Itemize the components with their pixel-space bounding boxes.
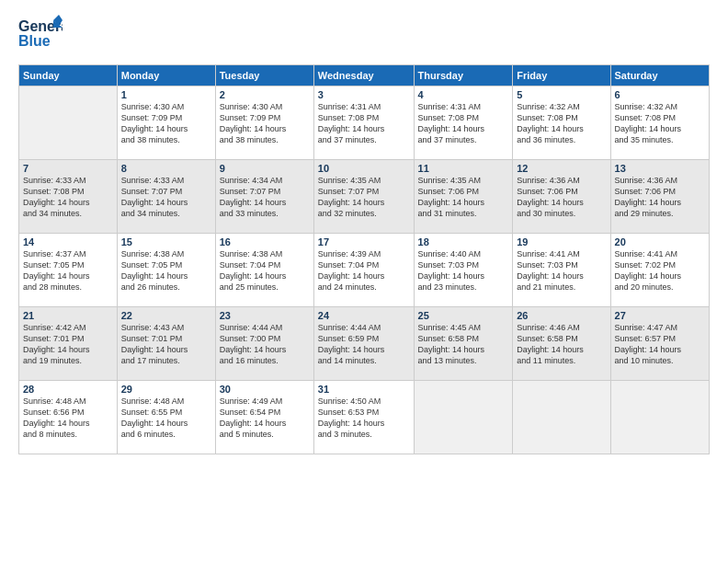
weekday-header-sunday: Sunday — [19, 65, 118, 86]
day-number: 7 — [23, 163, 113, 174]
calendar-week-row: 14Sunrise: 4:37 AM Sunset: 7:05 PM Dayli… — [19, 234, 710, 307]
weekday-header-thursday: Thursday — [414, 65, 513, 86]
calendar-week-row: 1Sunrise: 4:30 AM Sunset: 7:09 PM Daylig… — [19, 86, 710, 160]
day-info: Sunrise: 4:33 AM Sunset: 7:08 PM Dayligh… — [23, 175, 113, 220]
day-info: Sunrise: 4:34 AM Sunset: 7:07 PM Dayligh… — [220, 175, 310, 220]
day-info: Sunrise: 4:38 AM Sunset: 7:04 PM Dayligh… — [220, 248, 310, 293]
calendar-cell: 23Sunrise: 4:44 AM Sunset: 7:00 PM Dayli… — [215, 307, 313, 381]
day-number: 11 — [418, 163, 509, 174]
calendar-cell: 11Sunrise: 4:35 AM Sunset: 7:06 PM Dayli… — [414, 160, 513, 234]
day-info: Sunrise: 4:36 AM Sunset: 7:06 PM Dayligh… — [615, 175, 705, 220]
day-number: 13 — [615, 163, 705, 174]
day-info: Sunrise: 4:41 AM Sunset: 7:03 PM Dayligh… — [517, 248, 606, 293]
calendar-cell: 2Sunrise: 4:30 AM Sunset: 7:09 PM Daylig… — [215, 86, 313, 160]
day-number: 24 — [318, 310, 410, 321]
calendar-cell — [610, 381, 709, 454]
day-number: 10 — [318, 163, 410, 174]
calendar-cell: 26Sunrise: 4:46 AM Sunset: 6:58 PM Dayli… — [513, 307, 610, 381]
calendar-cell: 24Sunrise: 4:44 AM Sunset: 6:59 PM Dayli… — [313, 307, 414, 381]
day-info: Sunrise: 4:33 AM Sunset: 7:07 PM Dayligh… — [121, 175, 211, 220]
day-number: 25 — [418, 310, 509, 321]
day-number: 20 — [615, 236, 705, 247]
day-number: 6 — [615, 89, 705, 100]
weekday-header-wednesday: Wednesday — [313, 65, 414, 86]
day-info: Sunrise: 4:32 AM Sunset: 7:08 PM Dayligh… — [517, 101, 606, 146]
day-number: 14 — [23, 236, 113, 247]
calendar-cell: 17Sunrise: 4:39 AM Sunset: 7:04 PM Dayli… — [313, 234, 414, 307]
day-info: Sunrise: 4:31 AM Sunset: 7:08 PM Dayligh… — [318, 101, 410, 146]
calendar-cell: 21Sunrise: 4:42 AM Sunset: 7:01 PM Dayli… — [19, 307, 118, 381]
day-number: 31 — [318, 384, 410, 395]
calendar-week-row: 28Sunrise: 4:48 AM Sunset: 6:56 PM Dayli… — [19, 381, 710, 454]
calendar-cell: 28Sunrise: 4:48 AM Sunset: 6:56 PM Dayli… — [19, 381, 118, 454]
day-number: 12 — [517, 163, 606, 174]
day-number: 9 — [220, 163, 310, 174]
day-number: 26 — [517, 310, 606, 321]
calendar-cell: 31Sunrise: 4:50 AM Sunset: 6:53 PM Dayli… — [313, 381, 414, 454]
weekday-header-row: SundayMondayTuesdayWednesdayThursdayFrid… — [19, 65, 710, 86]
day-number: 17 — [318, 236, 410, 247]
calendar-cell: 19Sunrise: 4:41 AM Sunset: 7:03 PM Dayli… — [513, 234, 610, 307]
calendar-cell: 12Sunrise: 4:36 AM Sunset: 7:06 PM Dayli… — [513, 160, 610, 234]
calendar-cell: 6Sunrise: 4:32 AM Sunset: 7:08 PM Daylig… — [610, 86, 709, 160]
day-info: Sunrise: 4:40 AM Sunset: 7:03 PM Dayligh… — [418, 248, 509, 293]
day-number: 4 — [418, 89, 509, 100]
day-number: 15 — [121, 236, 211, 247]
day-number: 23 — [220, 310, 310, 321]
day-number: 16 — [220, 236, 310, 247]
calendar-cell: 15Sunrise: 4:38 AM Sunset: 7:05 PM Dayli… — [117, 234, 215, 307]
day-number: 2 — [220, 89, 310, 100]
day-info: Sunrise: 4:35 AM Sunset: 7:06 PM Dayligh… — [418, 175, 509, 220]
calendar-cell: 30Sunrise: 4:49 AM Sunset: 6:54 PM Dayli… — [215, 381, 313, 454]
calendar-cell: 9Sunrise: 4:34 AM Sunset: 7:07 PM Daylig… — [215, 160, 313, 234]
calendar-cell: 20Sunrise: 4:41 AM Sunset: 7:02 PM Dayli… — [610, 234, 709, 307]
day-info: Sunrise: 4:41 AM Sunset: 7:02 PM Dayligh… — [615, 248, 705, 293]
weekday-header-tuesday: Tuesday — [215, 65, 313, 86]
calendar-cell: 27Sunrise: 4:47 AM Sunset: 6:57 PM Dayli… — [610, 307, 709, 381]
day-info: Sunrise: 4:37 AM Sunset: 7:05 PM Dayligh… — [23, 248, 113, 293]
day-info: Sunrise: 4:36 AM Sunset: 7:06 PM Dayligh… — [517, 175, 606, 220]
day-number: 1 — [121, 89, 211, 100]
day-number: 8 — [121, 163, 211, 174]
calendar-cell: 4Sunrise: 4:31 AM Sunset: 7:08 PM Daylig… — [414, 86, 513, 160]
day-number: 27 — [615, 310, 705, 321]
calendar-week-row: 21Sunrise: 4:42 AM Sunset: 7:01 PM Dayli… — [19, 307, 710, 381]
day-info: Sunrise: 4:50 AM Sunset: 6:53 PM Dayligh… — [318, 396, 410, 441]
header: General Blue — [18, 15, 710, 57]
calendar-cell: 3Sunrise: 4:31 AM Sunset: 7:08 PM Daylig… — [313, 86, 414, 160]
calendar-cell — [513, 381, 610, 454]
weekday-header-monday: Monday — [117, 65, 215, 86]
calendar-cell: 16Sunrise: 4:38 AM Sunset: 7:04 PM Dayli… — [215, 234, 313, 307]
day-info: Sunrise: 4:39 AM Sunset: 7:04 PM Dayligh… — [318, 248, 410, 293]
calendar-cell: 25Sunrise: 4:45 AM Sunset: 6:58 PM Dayli… — [414, 307, 513, 381]
day-info: Sunrise: 4:30 AM Sunset: 7:09 PM Dayligh… — [121, 101, 211, 146]
calendar-cell: 18Sunrise: 4:40 AM Sunset: 7:03 PM Dayli… — [414, 234, 513, 307]
day-info: Sunrise: 4:38 AM Sunset: 7:05 PM Dayligh… — [121, 248, 211, 293]
calendar-week-row: 7Sunrise: 4:33 AM Sunset: 7:08 PM Daylig… — [19, 160, 710, 234]
day-info: Sunrise: 4:43 AM Sunset: 7:01 PM Dayligh… — [121, 322, 211, 367]
day-number: 18 — [418, 236, 509, 247]
calendar-table: SundayMondayTuesdayWednesdayThursdayFrid… — [18, 64, 710, 454]
calendar-cell — [19, 86, 118, 160]
calendar-cell — [414, 381, 513, 454]
day-info: Sunrise: 4:44 AM Sunset: 6:59 PM Dayligh… — [318, 322, 410, 367]
day-info: Sunrise: 4:45 AM Sunset: 6:58 PM Dayligh… — [418, 322, 509, 367]
day-info: Sunrise: 4:47 AM Sunset: 6:57 PM Dayligh… — [615, 322, 705, 367]
day-number: 28 — [23, 384, 113, 395]
day-number: 19 — [517, 236, 606, 247]
calendar-cell: 14Sunrise: 4:37 AM Sunset: 7:05 PM Dayli… — [19, 234, 118, 307]
calendar-cell: 29Sunrise: 4:48 AM Sunset: 6:55 PM Dayli… — [117, 381, 215, 454]
day-info: Sunrise: 4:42 AM Sunset: 7:01 PM Dayligh… — [23, 322, 113, 367]
day-info: Sunrise: 4:32 AM Sunset: 7:08 PM Dayligh… — [615, 101, 705, 146]
day-info: Sunrise: 4:44 AM Sunset: 7:00 PM Dayligh… — [220, 322, 310, 367]
day-number: 21 — [23, 310, 113, 321]
day-info: Sunrise: 4:31 AM Sunset: 7:08 PM Dayligh… — [418, 101, 509, 146]
logo: General Blue — [18, 15, 63, 57]
day-info: Sunrise: 4:48 AM Sunset: 6:55 PM Dayligh… — [121, 396, 211, 441]
calendar-cell: 7Sunrise: 4:33 AM Sunset: 7:08 PM Daylig… — [19, 160, 118, 234]
day-info: Sunrise: 4:46 AM Sunset: 6:58 PM Dayligh… — [517, 322, 606, 367]
day-info: Sunrise: 4:48 AM Sunset: 6:56 PM Dayligh… — [23, 396, 113, 441]
weekday-header-saturday: Saturday — [610, 65, 709, 86]
calendar-cell: 8Sunrise: 4:33 AM Sunset: 7:07 PM Daylig… — [117, 160, 215, 234]
calendar-cell: 13Sunrise: 4:36 AM Sunset: 7:06 PM Dayli… — [610, 160, 709, 234]
